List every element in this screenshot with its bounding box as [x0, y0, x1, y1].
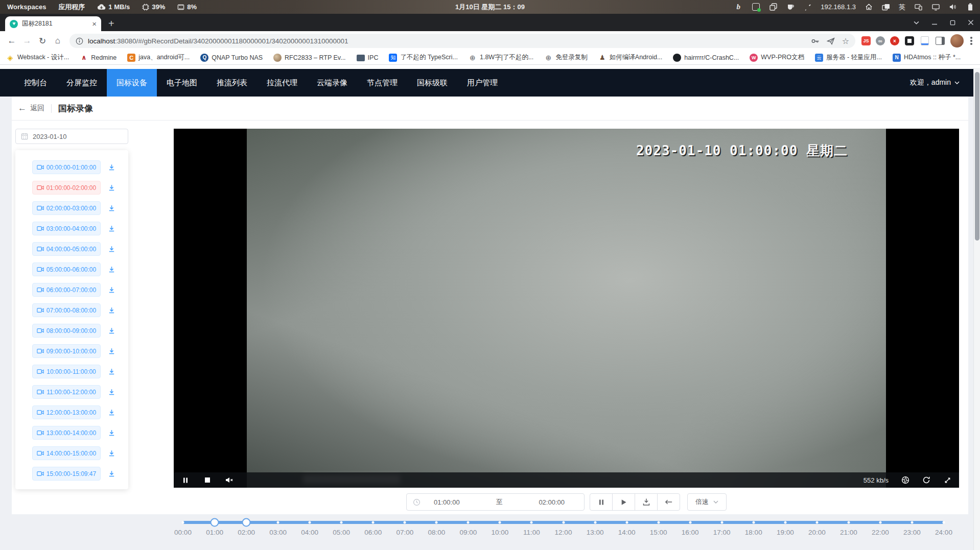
bookmark-item[interactable]: ♟ 如何编译Android... [598, 53, 663, 62]
segment-download-icon[interactable] [108, 225, 115, 232]
nav-tab[interactable]: 拉流代理 [257, 69, 307, 97]
nav-tab[interactable]: 云端录像 [307, 69, 357, 97]
refresh-icon[interactable] [922, 476, 930, 484]
system-clock[interactable]: 1月10日 星期二 15：09 [455, 3, 525, 12]
new-tab-button[interactable]: + [108, 18, 114, 29]
extension-icon-gray[interactable]: ∞ [876, 36, 885, 45]
date-picker-input[interactable]: 2023-01-10 [15, 129, 128, 144]
bookmark-item[interactable]: IPC [357, 54, 379, 61]
nav-tab[interactable]: 电子地图 [157, 69, 207, 97]
segment-play-button[interactable]: 02:00:00-03:00:00 [32, 201, 101, 215]
tray-input-method-indicator[interactable]: 英 [899, 3, 905, 12]
segment-download-icon[interactable] [108, 449, 115, 457]
tab-close-icon[interactable]: × [92, 20, 97, 28]
memory-usage-indicator[interactable]: 8% [177, 3, 197, 11]
segment-play-button[interactable]: 04:00:00-05:00:00 [32, 242, 101, 256]
segment-download-icon[interactable] [108, 470, 115, 477]
segment-play-button[interactable]: 15:00:00-15:09:47 [32, 467, 101, 481]
nav-tab[interactable]: 节点管理 [357, 69, 407, 97]
back-link[interactable]: ← 返回 [18, 103, 44, 113]
browser-menu-icon[interactable] [967, 37, 976, 45]
segment-download-icon[interactable] [108, 245, 115, 253]
window-close-icon[interactable] [968, 19, 974, 26]
back-button[interactable]: ← [4, 36, 19, 46]
address-bar[interactable]: localhost:38080/#/gbRecordDetail/3402000… [69, 34, 855, 48]
tray-display-icon[interactable] [931, 3, 940, 12]
segment-play-button[interactable]: 01:00:00-02:00:00 [32, 181, 101, 195]
segment-play-button[interactable]: 07:00:00-08:00:00 [32, 303, 101, 317]
tray-home-icon[interactable] [864, 3, 873, 12]
window-maximize-icon[interactable] [950, 20, 955, 26]
segment-download-icon[interactable] [108, 163, 115, 171]
window-minimize-icon[interactable] [931, 19, 938, 26]
download-button[interactable] [635, 493, 658, 511]
timeline-track[interactable] [183, 521, 944, 524]
segment-download-icon[interactable] [108, 266, 115, 273]
nav-tab[interactable]: 控制台 [14, 69, 57, 97]
tray-volume-icon[interactable] [948, 3, 958, 12]
bookmark-star-icon[interactable]: ☆ [842, 36, 849, 46]
tray-workspace-switcher-icon[interactable] [881, 3, 891, 12]
nav-tab[interactable]: 分屏监控 [57, 69, 107, 97]
segment-play-button[interactable]: 14:00:00-15:00:00 [32, 446, 101, 460]
extension-icon-doc[interactable] [920, 36, 930, 46]
segment-download-icon[interactable] [108, 429, 115, 437]
bookmark-item[interactable]: hairrrrr/C-CrashC... [673, 54, 739, 62]
applications-button[interactable]: 应用程序 [58, 3, 85, 12]
start-time-value[interactable]: 01:00:00 [421, 498, 473, 506]
time-range-input[interactable]: 01:00:00 至 02:00:00 [406, 493, 585, 511]
bookmark-item[interactable]: 知 了不起的 TypeScri... [389, 53, 458, 62]
nav-tab[interactable]: 国标级联 [407, 69, 457, 97]
segment-download-icon[interactable] [108, 184, 115, 192]
bookmark-item[interactable]: RFC2833 – RTP Ev... [273, 54, 346, 62]
tray-app-notification-icon[interactable] [751, 3, 760, 12]
segment-play-button[interactable]: 09:00:00-10:00:00 [32, 344, 101, 358]
segment-download-icon[interactable] [108, 306, 115, 314]
timeline-handle[interactable] [242, 518, 251, 527]
tray-color-picker-icon[interactable] [803, 3, 812, 12]
segment-play-button[interactable]: 12:00:00-13:00:00 [32, 405, 101, 419]
bookmark-item[interactable]: ◈ Webstack - 设计... [6, 53, 69, 62]
segment-play-button[interactable]: 11:00:00-12:00:00 [32, 385, 101, 399]
segment-download-icon[interactable] [108, 327, 115, 334]
nav-tab[interactable]: 国标设备 [107, 69, 157, 97]
segment-download-icon[interactable] [108, 347, 115, 355]
extension-icon-js[interactable]: JS [861, 36, 871, 45]
play-button[interactable] [612, 493, 635, 511]
end-time-value[interactable]: 02:00:00 [525, 498, 578, 506]
segment-download-icon[interactable] [108, 409, 115, 416]
tray-browser-icon[interactable]: b [734, 3, 743, 12]
segment-download-icon[interactable] [108, 286, 115, 294]
snapshot-aperture-icon[interactable] [901, 476, 909, 484]
fullscreen-icon[interactable] [943, 476, 951, 484]
player-stop-icon[interactable] [203, 476, 212, 484]
tray-battery-icon[interactable] [966, 3, 975, 12]
user-menu[interactable]: 欢迎，admin [910, 78, 980, 87]
segment-play-button[interactable]: 06:00:00-07:00:00 [32, 283, 101, 297]
timeline-handle[interactable] [211, 518, 219, 527]
reload-button[interactable]: ↻ [35, 36, 50, 46]
player-pause-icon[interactable] [181, 476, 190, 484]
tray-coffee-icon[interactable] [786, 3, 795, 12]
segment-download-icon[interactable] [108, 388, 115, 396]
segment-play-button[interactable]: 08:00:00-09:00:00 [32, 324, 101, 338]
bookmark-item[interactable]: W WVP-PRO文档 [750, 53, 804, 62]
tray-phonelink-icon[interactable] [914, 3, 923, 12]
network-speed-indicator[interactable]: 1 MB/s [97, 3, 130, 11]
player-mute-icon[interactable] [225, 476, 234, 484]
share-icon[interactable] [827, 37, 835, 45]
segment-download-icon[interactable] [108, 204, 115, 212]
segment-play-button[interactable]: 10:00:00-11:00:00 [32, 365, 101, 378]
segment-download-icon[interactable] [108, 368, 115, 375]
browser-tab[interactable]: 国标28181 × [5, 16, 101, 31]
nav-tab[interactable]: 用户管理 [457, 69, 507, 97]
bookmark-item[interactable]: C java、android可... [127, 53, 190, 62]
nav-tab[interactable]: 推流列表 [207, 69, 257, 97]
segment-play-button[interactable]: 13:00:00-14:00:00 [32, 426, 101, 440]
bookmark-item[interactable]: ∧ Redmine [80, 54, 116, 62]
bookmark-item[interactable]: ⊕ 免登录复制 [544, 53, 588, 62]
extension-icon-blocker[interactable]: × [890, 36, 899, 45]
segment-play-button[interactable]: 00:00:00-01:00:00 [32, 160, 101, 174]
forward-button[interactable]: → [19, 36, 35, 46]
extension-icon-dark[interactable] [904, 36, 915, 46]
